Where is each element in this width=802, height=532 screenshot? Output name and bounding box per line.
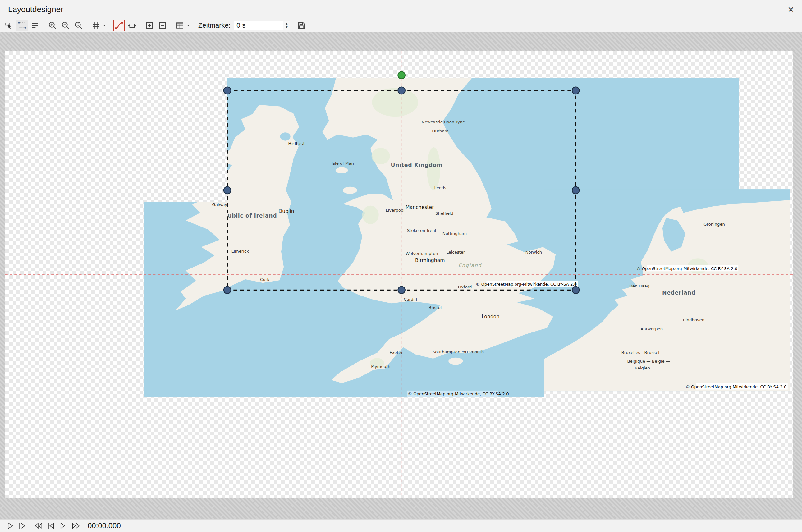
rewind-icon: [34, 521, 43, 530]
step-forward-icon: [59, 521, 68, 530]
node-select-tool-button[interactable]: [16, 20, 28, 32]
zeitmarke-spinner[interactable]: ▲ ▼: [283, 20, 290, 31]
play-from-mark-icon: [18, 521, 27, 530]
save-button[interactable]: [295, 20, 307, 32]
main-toolbar: Zeitmarke: ▲ ▼: [0, 19, 802, 32]
remove-button[interactable]: [157, 20, 168, 32]
save-floppy-icon: [297, 21, 306, 30]
camera-track-tool-button[interactable]: [126, 20, 138, 32]
zeitmarke-label: Zeitmarke:: [198, 21, 231, 30]
plus-icon: [145, 21, 154, 30]
curve-icon: [114, 21, 124, 30]
layer-list-icon: [31, 21, 40, 30]
playback-bar: 00:00.000: [0, 519, 802, 532]
fast-forward-icon: [72, 521, 80, 530]
zoom-out-icon: [61, 21, 70, 30]
zeitmarke-input[interactable]: [234, 20, 283, 31]
step-back-button[interactable]: [45, 520, 57, 531]
stage-background: [0, 32, 802, 519]
add-button[interactable]: [144, 20, 155, 32]
layer-list-tool-button[interactable]: [29, 20, 41, 32]
camera-track-icon: [128, 21, 137, 30]
properties-menu-button[interactable]: [185, 20, 191, 32]
grid-menu-button[interactable]: [101, 20, 108, 32]
zoom-selection-icon: [74, 21, 83, 30]
properties-tool-button[interactable]: [174, 20, 186, 32]
chevron-down-icon: [186, 23, 191, 28]
step-back-icon: [46, 521, 55, 530]
node-select-icon: [17, 21, 27, 30]
cursor-select-icon: [4, 21, 14, 30]
minus-icon: [158, 21, 167, 30]
close-icon[interactable]: ×: [788, 4, 794, 15]
curve-tool-button[interactable]: [113, 20, 125, 32]
grid-icon: [91, 21, 101, 30]
time-display: 00:00.000: [88, 521, 121, 530]
zoom-in-icon: [48, 21, 57, 30]
zoom-selection-tool-button[interactable]: [73, 20, 84, 32]
chevron-down-icon: [102, 23, 107, 28]
play-button[interactable]: [4, 520, 16, 531]
window-titlebar: Layoutdesigner ×: [0, 0, 802, 19]
zoom-out-tool-button[interactable]: [60, 20, 72, 32]
properties-table-icon: [175, 21, 185, 30]
play-icon: [5, 521, 14, 530]
step-forward-button[interactable]: [57, 520, 70, 531]
layout-canvas[interactable]: [5, 51, 793, 498]
zoom-in-tool-button[interactable]: [46, 20, 58, 32]
window-title: Layoutdesigner: [8, 5, 63, 14]
fast-forward-button[interactable]: [70, 520, 82, 531]
select-tool-button[interactable]: [3, 20, 15, 32]
rewind-button[interactable]: [32, 520, 45, 531]
spinner-down-icon[interactable]: ▼: [285, 25, 288, 29]
play-from-mark-button[interactable]: [16, 520, 28, 531]
grid-tool-button[interactable]: [90, 20, 102, 32]
